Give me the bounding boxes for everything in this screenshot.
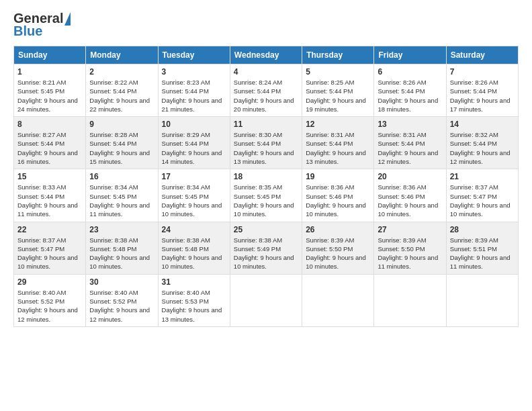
day-number: 30 xyxy=(89,277,154,287)
day-info: Sunrise: 8:40 AMSunset: 5:53 PMDaylight:… xyxy=(162,289,222,323)
day-info: Sunrise: 8:38 AMSunset: 5:49 PMDaylight:… xyxy=(234,236,294,271)
day-info: Sunrise: 8:36 AMSunset: 5:46 PMDaylight:… xyxy=(306,183,366,218)
day-number: 25 xyxy=(234,225,298,234)
table-row: 18 Sunrise: 8:35 AMSunset: 5:45 PMDaylig… xyxy=(230,169,302,222)
table-row: 6 Sunrise: 8:26 AMSunset: 5:44 PMDayligh… xyxy=(374,64,446,117)
day-info: Sunrise: 8:31 AMSunset: 5:44 PMDaylight:… xyxy=(306,131,366,165)
day-info: Sunrise: 8:37 AMSunset: 5:47 PMDaylight:… xyxy=(450,183,511,218)
logo-blue: Blue xyxy=(13,24,42,39)
day-info: Sunrise: 8:39 AMSunset: 5:51 PMDaylight:… xyxy=(450,236,511,271)
day-number: 19 xyxy=(306,172,370,181)
col-tuesday: Tuesday xyxy=(158,46,230,64)
day-info: Sunrise: 8:24 AMSunset: 5:44 PMDaylight:… xyxy=(234,79,294,113)
day-info: Sunrise: 8:26 AMSunset: 5:44 PMDaylight:… xyxy=(378,79,438,113)
day-info: Sunrise: 8:40 AMSunset: 5:52 PMDaylight:… xyxy=(17,289,78,323)
day-info: Sunrise: 8:31 AMSunset: 5:44 PMDaylight:… xyxy=(378,131,438,165)
table-row: 14 Sunrise: 8:32 AMSunset: 5:44 PMDaylig… xyxy=(446,117,518,169)
col-wednesday: Wednesday xyxy=(230,46,302,64)
table-row: 15 Sunrise: 8:33 AMSunset: 5:44 PMDaylig… xyxy=(14,169,86,222)
col-monday: Monday xyxy=(86,46,158,64)
day-number: 24 xyxy=(162,225,226,234)
page: General Blue Sunday Monday Tuesday Wedne… xyxy=(0,0,532,411)
day-number: 11 xyxy=(234,120,298,129)
table-row: 13 Sunrise: 8:31 AMSunset: 5:44 PMDaylig… xyxy=(374,117,446,169)
day-info: Sunrise: 8:30 AMSunset: 5:44 PMDaylight:… xyxy=(234,131,294,165)
calendar-table: Sunday Monday Tuesday Wednesday Thursday… xyxy=(13,46,519,327)
day-info: Sunrise: 8:27 AMSunset: 5:44 PMDaylight:… xyxy=(17,131,78,165)
day-number: 13 xyxy=(378,120,442,129)
calendar-header-row: Sunday Monday Tuesday Wednesday Thursday… xyxy=(14,46,519,64)
day-info: Sunrise: 8:38 AMSunset: 5:48 PMDaylight:… xyxy=(89,236,150,271)
day-info: Sunrise: 8:39 AMSunset: 5:50 PMDaylight:… xyxy=(306,236,366,271)
day-number: 28 xyxy=(450,225,515,234)
header: General Blue xyxy=(13,11,519,39)
col-saturday: Saturday xyxy=(446,46,518,64)
day-info: Sunrise: 8:33 AMSunset: 5:44 PMDaylight:… xyxy=(17,183,78,218)
day-info: Sunrise: 8:23 AMSunset: 5:44 PMDaylight:… xyxy=(162,79,222,113)
day-info: Sunrise: 8:25 AMSunset: 5:44 PMDaylight:… xyxy=(306,79,366,113)
day-number: 16 xyxy=(89,172,154,181)
col-thursday: Thursday xyxy=(302,46,374,64)
table-row: 28 Sunrise: 8:39 AMSunset: 5:51 PMDaylig… xyxy=(446,222,518,274)
table-row: 17 Sunrise: 8:34 AMSunset: 5:45 PMDaylig… xyxy=(158,169,230,222)
day-number: 17 xyxy=(162,172,226,181)
day-info: Sunrise: 8:21 AMSunset: 5:45 PMDaylight:… xyxy=(17,79,78,113)
day-number: 5 xyxy=(306,67,370,77)
day-number: 27 xyxy=(378,225,442,234)
day-info: Sunrise: 8:34 AMSunset: 5:45 PMDaylight:… xyxy=(162,183,222,218)
day-number: 4 xyxy=(234,67,298,77)
day-number: 2 xyxy=(89,67,154,77)
table-row: 3 Sunrise: 8:23 AMSunset: 5:44 PMDayligh… xyxy=(158,64,230,117)
table-row: 9 Sunrise: 8:28 AMSunset: 5:44 PMDayligh… xyxy=(86,117,158,169)
day-number: 20 xyxy=(378,172,442,181)
day-number: 6 xyxy=(378,67,442,77)
table-row xyxy=(302,274,374,326)
table-row: 30 Sunrise: 8:40 AMSunset: 5:52 PMDaylig… xyxy=(86,274,158,326)
table-row xyxy=(374,274,446,326)
day-info: Sunrise: 8:29 AMSunset: 5:44 PMDaylight:… xyxy=(162,131,222,165)
table-row: 11 Sunrise: 8:30 AMSunset: 5:44 PMDaylig… xyxy=(230,117,302,169)
day-number: 22 xyxy=(17,225,82,234)
col-sunday: Sunday xyxy=(14,46,86,64)
day-number: 26 xyxy=(306,225,370,234)
day-number: 9 xyxy=(89,120,154,129)
table-row: 19 Sunrise: 8:36 AMSunset: 5:46 PMDaylig… xyxy=(302,169,374,222)
day-number: 18 xyxy=(234,172,298,181)
table-row: 25 Sunrise: 8:38 AMSunset: 5:49 PMDaylig… xyxy=(230,222,302,274)
table-row: 27 Sunrise: 8:39 AMSunset: 5:50 PMDaylig… xyxy=(374,222,446,274)
day-number: 3 xyxy=(162,67,226,77)
table-row: 22 Sunrise: 8:37 AMSunset: 5:47 PMDaylig… xyxy=(14,222,86,274)
day-number: 23 xyxy=(89,225,154,234)
day-number: 1 xyxy=(17,67,82,77)
day-info: Sunrise: 8:34 AMSunset: 5:45 PMDaylight:… xyxy=(89,183,150,218)
day-number: 14 xyxy=(450,120,515,129)
table-row: 12 Sunrise: 8:31 AMSunset: 5:44 PMDaylig… xyxy=(302,117,374,169)
day-number: 7 xyxy=(450,67,515,77)
day-number: 29 xyxy=(17,277,82,287)
table-row: 5 Sunrise: 8:25 AMSunset: 5:44 PMDayligh… xyxy=(302,64,374,117)
day-info: Sunrise: 8:39 AMSunset: 5:50 PMDaylight:… xyxy=(378,236,438,271)
table-row: 2 Sunrise: 8:22 AMSunset: 5:44 PMDayligh… xyxy=(86,64,158,117)
day-info: Sunrise: 8:22 AMSunset: 5:44 PMDaylight:… xyxy=(89,79,150,113)
day-info: Sunrise: 8:32 AMSunset: 5:44 PMDaylight:… xyxy=(450,131,511,165)
table-row: 23 Sunrise: 8:38 AMSunset: 5:48 PMDaylig… xyxy=(86,222,158,274)
day-info: Sunrise: 8:28 AMSunset: 5:44 PMDaylight:… xyxy=(89,131,150,165)
day-number: 12 xyxy=(306,120,370,129)
day-info: Sunrise: 8:26 AMSunset: 5:44 PMDaylight:… xyxy=(450,79,511,113)
table-row: 21 Sunrise: 8:37 AMSunset: 5:47 PMDaylig… xyxy=(446,169,518,222)
day-info: Sunrise: 8:36 AMSunset: 5:46 PMDaylight:… xyxy=(378,183,438,218)
table-row: 24 Sunrise: 8:38 AMSunset: 5:48 PMDaylig… xyxy=(158,222,230,274)
col-friday: Friday xyxy=(374,46,446,64)
day-info: Sunrise: 8:38 AMSunset: 5:48 PMDaylight:… xyxy=(162,236,222,271)
logo-triangle-icon xyxy=(64,12,71,26)
table-row: 29 Sunrise: 8:40 AMSunset: 5:52 PMDaylig… xyxy=(14,274,86,326)
logo: General Blue xyxy=(13,11,71,39)
table-row: 31 Sunrise: 8:40 AMSunset: 5:53 PMDaylig… xyxy=(158,274,230,326)
table-row: 26 Sunrise: 8:39 AMSunset: 5:50 PMDaylig… xyxy=(302,222,374,274)
day-number: 31 xyxy=(162,277,226,287)
day-number: 21 xyxy=(450,172,515,181)
day-number: 8 xyxy=(17,120,82,129)
table-row: 1 Sunrise: 8:21 AMSunset: 5:45 PMDayligh… xyxy=(14,64,86,117)
table-row: 20 Sunrise: 8:36 AMSunset: 5:46 PMDaylig… xyxy=(374,169,446,222)
day-number: 10 xyxy=(162,120,226,129)
